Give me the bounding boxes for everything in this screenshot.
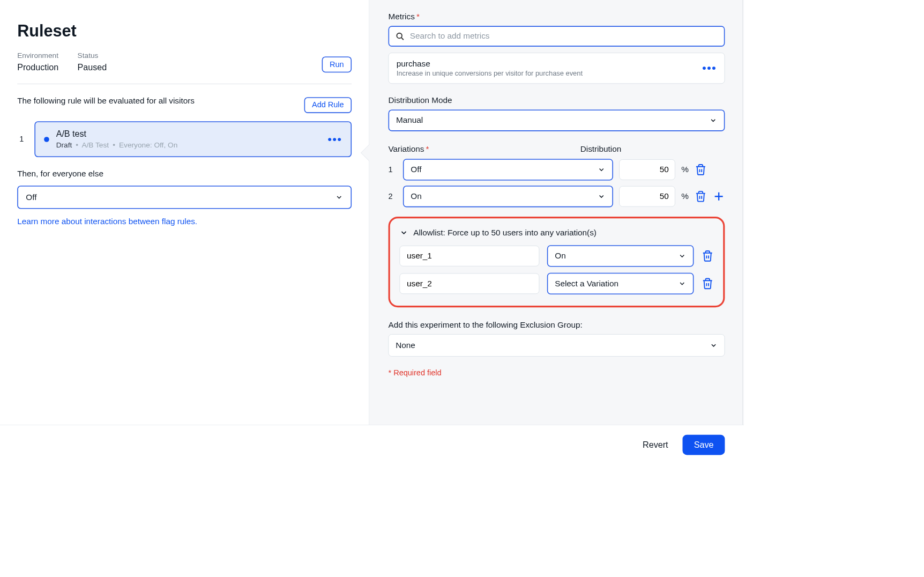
variations-label: Variations* <box>389 144 429 154</box>
metric-more-menu-icon[interactable]: ••• <box>702 66 717 70</box>
allowlist-user-input[interactable] <box>399 273 539 294</box>
svg-line-1 <box>401 38 404 40</box>
dist-mode-label: Distribution Mode <box>389 96 725 106</box>
fallback-label: Then, for everyone else <box>17 169 352 179</box>
ruleset-left-panel: Ruleset Environment Production Status Pa… <box>0 0 369 425</box>
rule-index: 1 <box>17 135 26 144</box>
chevron-down-icon <box>399 228 408 237</box>
delete-variation-button[interactable] <box>695 190 707 203</box>
divider <box>17 84 352 84</box>
fallback-variation-value: Off <box>26 193 36 202</box>
rule-title: A/B test <box>56 129 321 139</box>
variation-row: 1 Off % <box>389 159 725 180</box>
metric-desc: Increase in unique conversions per visit… <box>397 70 696 77</box>
variation-value: On <box>411 191 421 201</box>
delete-allowlist-row-button[interactable] <box>702 278 714 290</box>
footer-bar: Revert Save <box>0 425 744 464</box>
delete-variation-button[interactable] <box>695 164 707 176</box>
fallback-variation-select[interactable]: Off <box>17 186 352 209</box>
search-icon <box>395 32 405 41</box>
trash-icon <box>695 164 707 176</box>
percent-sign: % <box>681 191 689 201</box>
rule-more-menu-icon[interactable]: ••• <box>328 137 342 142</box>
distribution-input[interactable] <box>619 159 675 180</box>
exclusion-group-value: None <box>396 341 415 350</box>
allowlist-section: Allowlist: Force up to 50 users into any… <box>389 217 725 307</box>
required-field-note: * Required field <box>389 368 725 378</box>
run-button[interactable]: Run <box>322 56 352 72</box>
distribution-input[interactable] <box>619 186 675 207</box>
allowlist-variation-select[interactable]: On <box>547 245 694 267</box>
variation-value: Off <box>411 165 421 175</box>
dist-mode-select[interactable]: Manual <box>389 109 725 131</box>
trash-icon <box>702 278 714 290</box>
add-variation-button[interactable] <box>713 190 725 203</box>
add-rule-button[interactable]: Add Rule <box>304 97 352 113</box>
allowlist-header-text: Allowlist: Force up to 50 users into any… <box>413 228 597 238</box>
rule-subtitle: Draft • A/B Test • Everyone: Off, On <box>56 140 321 149</box>
revert-button[interactable]: Revert <box>640 439 670 450</box>
save-button[interactable]: Save <box>683 435 725 455</box>
distribution-label: Distribution <box>580 144 622 154</box>
allowlist-row: On <box>399 245 713 267</box>
allowlist-variation-select[interactable]: Select a Variation <box>547 273 694 294</box>
status-value: Paused <box>78 63 107 73</box>
variation-select[interactable]: On <box>403 186 613 207</box>
chevron-down-icon <box>598 166 605 173</box>
rule-card[interactable]: A/B test Draft • A/B Test • Everyone: Of… <box>34 121 352 157</box>
status-label: Status <box>78 51 107 60</box>
variation-select[interactable]: Off <box>403 159 613 180</box>
learn-more-link[interactable]: Learn more about interactions between fl… <box>17 217 197 226</box>
allowlist-variation-value: Select a Variation <box>555 279 619 288</box>
exclusion-group-label: Add this experiment to the following Exc… <box>389 320 725 330</box>
plus-icon <box>713 190 725 203</box>
selected-metric-chip: purchase Increase in unique conversions … <box>389 53 725 84</box>
variation-index: 1 <box>389 165 397 174</box>
environment-value: Production <box>17 63 58 73</box>
rules-intro-text: The following rule will be evaluated for… <box>17 97 195 106</box>
variation-index: 2 <box>389 192 397 201</box>
chevron-down-icon <box>598 193 605 200</box>
trash-icon <box>695 190 707 203</box>
right-scroll-track[interactable] <box>742 0 743 425</box>
metric-name: purchase <box>397 59 696 69</box>
chevron-down-icon <box>335 194 342 201</box>
chevron-down-icon <box>678 280 685 287</box>
page-title: Ruleset <box>17 21 352 40</box>
variation-row: 2 On % <box>389 186 725 207</box>
chevron-down-icon <box>710 342 717 349</box>
exclusion-group-select[interactable]: None <box>389 334 725 357</box>
environment-label: Environment <box>17 51 58 60</box>
svg-point-0 <box>397 33 402 39</box>
metrics-search-input[interactable] <box>409 31 718 41</box>
metrics-label: Metrics* <box>389 12 725 22</box>
allowlist-toggle[interactable]: Allowlist: Force up to 50 users into any… <box>399 228 713 238</box>
rule-editor-right-panel: Metrics* purchase Increase in unique con… <box>369 0 744 425</box>
ruleset-meta: Environment Production Status Paused Run <box>17 51 352 72</box>
percent-sign: % <box>681 165 689 175</box>
allowlist-variation-value: On <box>555 251 565 261</box>
delete-allowlist-row-button[interactable] <box>702 250 714 262</box>
rule-status-dot-icon <box>44 137 49 142</box>
allowlist-row: Select a Variation <box>399 273 713 294</box>
rule-row: 1 A/B test Draft • A/B Test • Everyone: … <box>17 121 352 157</box>
metrics-search[interactable] <box>389 26 725 47</box>
chevron-down-icon <box>709 116 717 124</box>
chevron-down-icon <box>678 252 685 260</box>
trash-icon <box>702 250 714 262</box>
dist-mode-value: Manual <box>396 116 423 125</box>
allowlist-user-input[interactable] <box>399 246 539 267</box>
